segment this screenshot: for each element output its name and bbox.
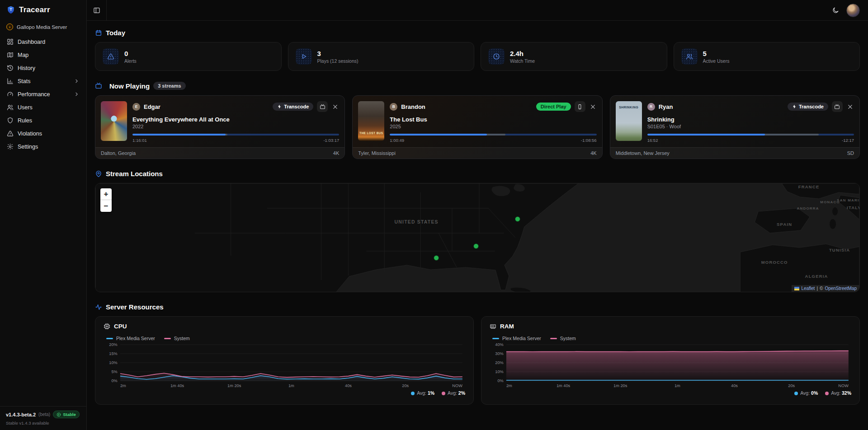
top-bar (87, 0, 868, 21)
server-resources-section: Server Resources CPU Plex Media ServerSy… (95, 303, 860, 405)
tv-device-button[interactable] (832, 101, 843, 112)
legend-item: Plex Media Server (492, 336, 541, 341)
cpu-chart-averages: Avg: 1%Avg: 2% (104, 390, 465, 396)
server-selector[interactable]: › Gallopo Media Server (0, 20, 86, 33)
user-avatar[interactable] (846, 4, 860, 17)
theme-toggle-button[interactable] (829, 4, 842, 17)
app-title: Tracearr (19, 5, 50, 14)
svg-text:TUNISIA: TUNISIA (829, 248, 850, 252)
sidebar-toggle-button[interactable] (90, 4, 103, 17)
stat-label: Alerts (124, 58, 137, 64)
svg-text:0%: 0% (111, 379, 117, 383)
leaflet-link[interactable]: Leaflet (801, 286, 815, 291)
users-icon (7, 104, 14, 111)
elapsed-time: 1:00:49 (390, 138, 404, 143)
stream-subtitle: S01E05 · Woof (647, 124, 854, 129)
stream-username: Edgar (144, 103, 269, 110)
stream-subtitle: 2022 (132, 124, 339, 129)
now-playing-title-text: Now Playing (109, 82, 150, 90)
server-resources-title: Server Resources (106, 303, 164, 311)
zoom-in-button[interactable]: + (100, 188, 112, 200)
alert-triangle-icon (7, 130, 14, 137)
tv-icon (320, 104, 326, 110)
gauge-icon (7, 91, 14, 98)
clock-icon (488, 48, 505, 65)
svg-text:SAN MARINO: SAN MARINO (837, 198, 859, 202)
gear-icon (7, 143, 14, 150)
app-logo[interactable]: T Tracearr (0, 0, 86, 20)
openstreetmap-link[interactable]: OpenStreetMap (825, 286, 857, 291)
history-icon (7, 65, 14, 71)
sidebar-item-label: Performance (18, 91, 70, 98)
sidebar-item-rules[interactable]: Rules (4, 114, 83, 126)
stream-locations-map[interactable]: UNITED STATESFRANCEMONACOSAN MARINOANDOR… (95, 183, 860, 292)
phone-device-button[interactable] (575, 101, 585, 112)
svg-text:ITALY: ITALY (847, 205, 859, 210)
svg-text:20%: 20% (109, 342, 117, 347)
cpu-icon (104, 323, 110, 330)
svg-text:ALGERIA: ALGERIA (805, 274, 828, 279)
elapsed-time: 16:52 (647, 138, 658, 143)
cpu-chart-title: CPU (114, 323, 127, 330)
cpu-chart-legend: Plex Media ServerSystem (106, 336, 465, 341)
avg-stat: Avg: 1% (411, 390, 434, 396)
progress-bar (132, 134, 339, 136)
tv-show-poster: SHRINKiNG (616, 101, 642, 141)
svg-text:ANDORRA: ANDORRA (797, 206, 819, 210)
sidebar-item-violations[interactable]: Violations (4, 127, 83, 140)
stat-label: Plays (12 sessions) (317, 58, 359, 64)
sidebar-item-map[interactable]: Map (4, 49, 83, 61)
stream-location-marker (434, 256, 439, 261)
close-stream-button[interactable] (846, 103, 854, 111)
svg-text:T: T (9, 7, 12, 12)
version-number: v1.4.3-beta.2 (6, 412, 36, 417)
stat-label: Watch Time (510, 58, 535, 64)
update-note: Stable v1.4.3 available (6, 421, 80, 425)
svg-text:20s: 20s (788, 383, 795, 388)
stream-count-badge: 3 streams (153, 82, 185, 90)
svg-text:2m: 2m (506, 383, 512, 388)
stream-quality: 4K (590, 150, 596, 156)
stream-locations-title: Stream Locations (106, 170, 163, 178)
smartphone-icon (577, 104, 583, 110)
close-stream-button[interactable] (589, 103, 597, 111)
stat-value: 0 (124, 50, 137, 58)
legend-item: Plex Media Server (106, 336, 155, 341)
cpu-chart: 0%5%10%15%20%2m1m 40s1m 20s1m40s20sNOW (104, 342, 465, 389)
sidebar-item-settings[interactable]: Settings (4, 140, 83, 153)
stat-card-plays: 3Plays (12 sessions) (288, 42, 475, 71)
svg-text:SPAIN: SPAIN (777, 222, 792, 227)
svg-text:2m: 2m (120, 383, 126, 388)
tv-icon (95, 82, 102, 89)
zoom-out-button[interactable]: − (100, 200, 112, 212)
svg-text:40s: 40s (345, 383, 352, 388)
cpu-chart-card: CPU Plex Media ServerSystem 0%5%10%15%20… (95, 316, 474, 405)
stat-card-alerts: 0Alerts (95, 42, 282, 71)
stable-badge[interactable]: Stable (53, 411, 80, 418)
activity-icon (95, 304, 102, 311)
stream-subtitle: 2025 (390, 124, 596, 129)
sidebar-item-dashboard[interactable]: Dashboard (4, 36, 83, 48)
sidebar-item-performance[interactable]: Performance (4, 88, 83, 100)
sidebar-item-stats[interactable]: Stats (4, 75, 83, 87)
sidebar-item-users[interactable]: Users (4, 101, 83, 113)
ram-chart-title: RAM (500, 323, 514, 330)
bar-chart-icon (7, 78, 14, 84)
sidebar-item-label: Violations (18, 131, 80, 137)
chevron-right-icon (74, 78, 80, 84)
calendar-icon (95, 29, 102, 37)
svg-text:30%: 30% (495, 351, 503, 356)
close-stream-button[interactable] (331, 103, 339, 111)
transcode-badge: Transcode (273, 103, 313, 111)
tv-device-button[interactable] (317, 101, 328, 112)
close-icon (332, 104, 338, 110)
progress-bar (647, 134, 854, 136)
alert-triangle-icon (103, 48, 119, 65)
shield-icon (7, 117, 14, 124)
poster-title-text: SHRINKiNG (616, 106, 642, 109)
poster-title-text: THE LOST BUS (358, 131, 384, 135)
svg-text:1m 20s: 1m 20s (613, 383, 627, 388)
sidebar-nav: Dashboard Map History Stats Performance (0, 33, 86, 155)
sidebar-item-history[interactable]: History (4, 62, 83, 74)
progress-bar (390, 134, 596, 136)
